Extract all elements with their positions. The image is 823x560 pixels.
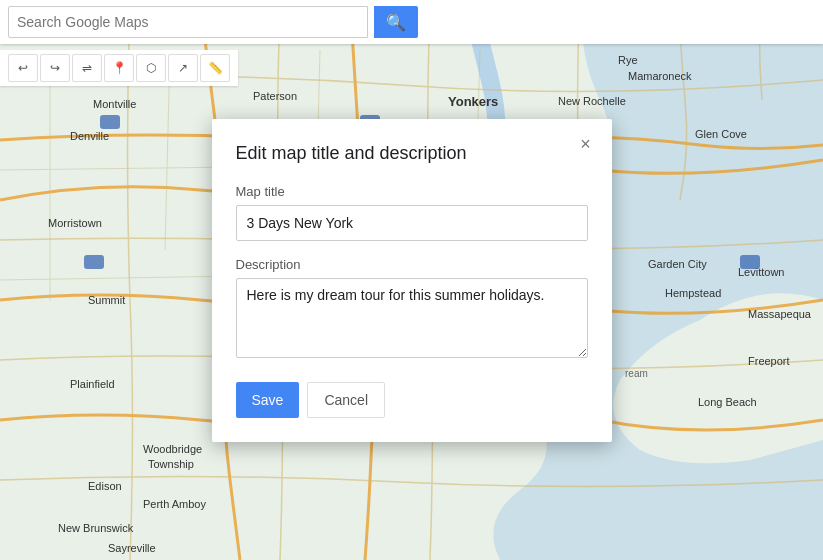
close-button[interactable]: × (572, 131, 600, 159)
dialog-title: Edit map title and description (236, 143, 588, 164)
save-button[interactable]: Save (236, 382, 300, 418)
description-label: Description (236, 257, 588, 272)
dialog-actions: Save Cancel (236, 382, 588, 418)
map-title-label: Map title (236, 184, 588, 199)
cancel-button[interactable]: Cancel (307, 382, 385, 418)
description-textarea[interactable]: Here is my dream tour for this summer ho… (236, 278, 588, 358)
edit-map-dialog: Edit map title and description × Map tit… (212, 119, 612, 442)
map-title-input[interactable] (236, 205, 588, 241)
modal-overlay: Edit map title and description × Map tit… (0, 0, 823, 560)
